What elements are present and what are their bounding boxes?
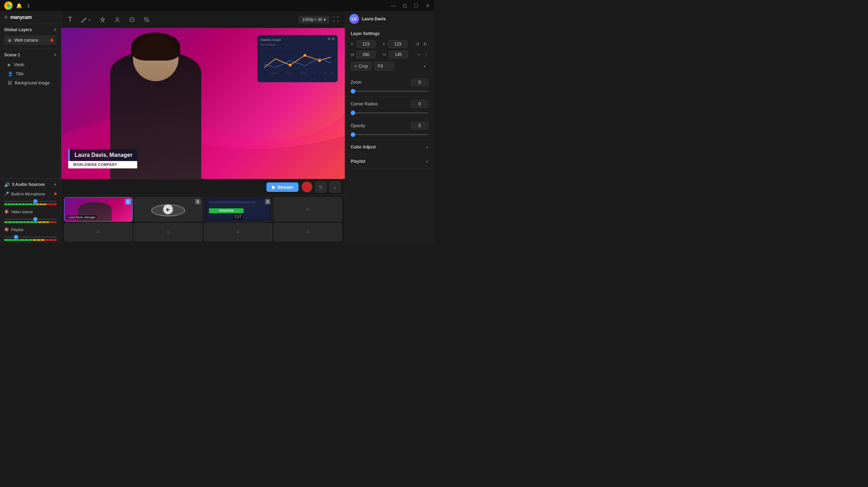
opacity-slider[interactable] [351,134,428,135]
playlist-volume-slider[interactable] [4,237,57,237]
fill-select-wrap: Fill Fit Stretch None ▾ [374,62,428,70]
chart-controls [328,37,335,40]
corner-radius-row: Corner Radius [351,100,428,108]
opacity-value-input[interactable] [411,122,428,130]
stream-label: Stream [278,185,293,190]
svg-rect-4 [147,17,149,20]
fullscreen-button[interactable]: ⛶ [333,16,339,23]
scene-add-4[interactable]: + [204,223,272,242]
w-input[interactable] [356,51,376,58]
title-bar-left: 🔔 ℹ [4,1,29,10]
microphone-active-dot [54,193,57,195]
scene-add-3[interactable]: + [134,223,203,242]
magic-tool[interactable] [98,15,107,24]
preview-company: WORLDWIDE COMPANY [68,161,137,168]
checkerboard-tool[interactable] [142,15,151,24]
scene-add-2[interactable]: + [64,223,133,242]
scene-num-2: 2 [195,199,201,204]
person-tool[interactable] [113,15,122,24]
fit-button[interactable]: ↕ [424,51,428,58]
x-field: X [351,40,380,48]
add-scene-icon-2: + [96,228,100,237]
scene-add-5[interactable]: + [274,223,342,242]
aspect-ratio-button[interactable]: ↔ [415,51,422,58]
y-field: Y [383,40,412,48]
scene-add-button[interactable]: + [54,52,57,58]
record-button[interactable] [301,181,313,193]
opacity-label: Opacity [351,123,408,128]
main-layout: ≡ manycam Global Layers + ◉ Web camera S… [0,11,434,244]
scene1-preview: Laura Davis, Manager [64,197,132,221]
scenes-grid: 1 Laura Davis, Manager 2 ▶ [61,195,345,244]
web-camera-item[interactable]: ◉ Web camera [4,35,57,45]
maximize-button[interactable]: ☐ [414,3,419,8]
menu-icon[interactable]: ≡ [4,14,7,20]
global-layers-title: Global Layers [4,27,32,32]
playlist-expand-icon: + [426,159,428,164]
scene-section: Scene 1 + ▶ Viedo 👤 Title 🖼 Background i… [0,49,61,179]
scene-items: ▶ Viedo 👤 Title 🖼 Background image [4,61,57,87]
zoom-value-input[interactable] [411,78,428,86]
reset-button[interactable]: ↺ [414,40,421,48]
minimize-button[interactable]: — [391,3,396,8]
app-logo [4,1,13,10]
global-layers-add-button[interactable]: + [54,27,57,33]
left-sidebar: ≡ manycam Global Layers + ◉ Web camera S… [0,11,61,244]
crop-row: ⌗ Crop Fill Fit Stretch None ▾ [351,62,428,70]
sync-button[interactable]: ↻ [315,181,327,193]
playlist-name: Playlist [11,228,23,232]
audio-source-microphone: 🎤 Build-in Microphone [0,190,61,208]
corner-radius-slider[interactable] [351,112,428,113]
brush-tool[interactable] [79,15,92,24]
scene-item-viedo[interactable]: ▶ Viedo [4,61,57,69]
audio-section-header: 🔊 3 Audio Sources + [0,179,61,190]
zoom-slider[interactable] [351,91,428,92]
scene-item-title[interactable]: 👤 Title [4,70,57,78]
redo-button[interactable]: ↻ [422,40,428,48]
scene-item-background-image[interactable]: 🖼 Background image [4,79,57,87]
scene-thumb-2[interactable]: 2 ▶ [134,197,203,222]
preview-background: Statistic Graph All members [61,28,345,179]
svg-rect-5 [144,20,147,22]
playlist-section[interactable]: Playlist + [345,154,434,169]
add-scene-icon-1: + [306,205,310,214]
text-tool[interactable]: T [67,14,74,25]
microphone-name: Build-in Microphone [11,192,45,196]
scene-thumb-3[interactable]: 3 TRANSITION CUT [204,197,272,222]
scene-item-background-label: Background image [15,81,50,85]
h-field: H [383,51,413,58]
scene-thumb-1[interactable]: 1 Laura Davis, Manager [64,197,133,222]
window-controls: — ⊡ ☐ ✕ [391,3,430,8]
h-input[interactable] [389,51,408,58]
resolution-button[interactable]: 1080p • 30 ▾ [299,16,329,23]
crop-button[interactable]: ⌗ Crop [351,62,372,70]
user-name: Laura Davis [362,16,386,21]
active-dot [50,39,53,42]
scene-add-1[interactable]: + [274,197,342,222]
scene-num-1: 1 [125,199,131,204]
person-icon: 👤 [8,71,13,76]
right-panel: LD Laura Davis Layer Settings X Y [345,11,434,244]
corner-radius-section: Corner Radius [345,97,434,118]
stream-button[interactable]: ▶ Stream [266,182,299,192]
info-icon[interactable]: ℹ [28,3,29,8]
restore-button[interactable]: ⊡ [403,3,407,8]
svg-text:18.02: 18.02 [300,72,306,74]
user-avatar: LD [349,14,359,24]
color-adjust-section[interactable]: Color Adjust + [345,140,434,154]
x-input[interactable] [356,40,376,48]
fill-select[interactable]: Fill Fit Stretch None [374,62,394,70]
y-input[interactable] [388,40,407,48]
h-label: H [383,53,387,57]
corner-radius-value-input[interactable] [411,100,428,108]
corner-radius-label: Corner Radius [351,102,408,106]
expand-button[interactable]: ⌄ [329,181,341,193]
video-sound-volume-slider[interactable] [4,219,57,220]
audio-add-button[interactable]: + [54,182,57,187]
clock-tool[interactable] [127,15,136,24]
coord-actions: ↺ ↻ [414,40,428,48]
notification-icon[interactable]: 🔔 [16,3,22,8]
microphone-volume-slider[interactable] [4,201,57,202]
close-button[interactable]: ✕ [426,3,430,8]
toolbar: T [61,11,345,28]
